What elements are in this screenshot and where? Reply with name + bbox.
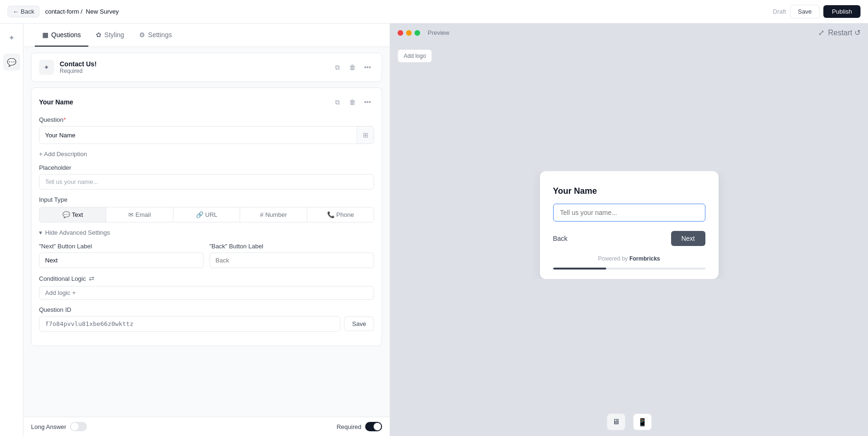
logic-icon: ⇄ xyxy=(89,275,94,282)
sidebar-icons: ✦ 💬 xyxy=(0,24,23,436)
contact-duplicate-button[interactable]: ⧉ xyxy=(331,61,344,74)
progress-fill xyxy=(553,268,606,270)
input-type-email[interactable]: ✉ Email xyxy=(106,207,173,222)
preview-title: Preview xyxy=(428,29,449,36)
sidebar-icon-chat[interactable]: 💬 xyxy=(3,54,20,71)
long-answer-toggle[interactable] xyxy=(70,422,87,431)
text-icon: 💬 xyxy=(63,211,70,218)
tab-settings-label: Settings xyxy=(148,31,172,39)
mobile-icon: 📱 xyxy=(638,418,647,427)
placeholder-row: Placeholder xyxy=(39,164,374,190)
styling-icon: ✿ xyxy=(96,31,102,39)
input-type-text[interactable]: 💬 Text xyxy=(39,207,106,222)
survey-next-button[interactable]: Next xyxy=(671,231,705,246)
expand-button[interactable]: ⤢ xyxy=(818,28,824,37)
question-editor: Your Name ⧉ 🗑 ••• Question* ⊞ xyxy=(31,87,382,346)
editor-more-button[interactable]: ••• xyxy=(361,95,374,109)
add-logic-button[interactable]: Add logic + xyxy=(39,286,374,300)
editor-card-actions: ⧉ 🗑 ••• xyxy=(331,95,374,109)
question-id-input[interactable] xyxy=(39,316,340,332)
placeholder-input[interactable] xyxy=(39,174,374,190)
tab-styling[interactable]: ✿ Styling xyxy=(88,24,132,47)
draft-status: Draft xyxy=(773,8,786,15)
question-input-wrap: ⊞ xyxy=(39,126,374,144)
back-arrow-icon: ← xyxy=(13,8,19,15)
survey-name-input[interactable] xyxy=(553,204,705,222)
survey-back-button[interactable]: Back xyxy=(553,235,568,242)
editor-duplicate-button[interactable]: ⧉ xyxy=(331,95,344,109)
required-row: Required xyxy=(336,422,382,431)
tabs: ▦ Questions ✿ Styling ⚙ Settings xyxy=(23,24,390,47)
input-type-group: 💬 Text ✉ Email 🔗 URL # xyxy=(39,207,374,222)
preview-footer: 🖥 📱 xyxy=(390,408,868,436)
phone-icon: 📞 xyxy=(327,211,335,218)
save-id-button[interactable]: Save xyxy=(344,317,374,331)
sidebar-icon-sparkle[interactable]: ✦ xyxy=(3,29,20,46)
placeholder-label: Placeholder xyxy=(39,164,374,171)
input-type-url[interactable]: 🔗 URL xyxy=(173,207,240,222)
add-description-button[interactable]: + Add Description xyxy=(39,151,374,158)
input-type-number[interactable]: # Number xyxy=(240,207,307,222)
publish-button[interactable]: Publish xyxy=(823,5,860,18)
toggle-thumb xyxy=(71,423,78,430)
restart-button[interactable]: Restart ↺ xyxy=(828,28,860,37)
chevron-down-icon: ▾ xyxy=(39,229,42,236)
tab-questions-label: Questions xyxy=(51,31,81,39)
tab-questions[interactable]: ▦ Questions xyxy=(35,24,88,47)
required-toggle[interactable] xyxy=(365,422,382,431)
question-input[interactable] xyxy=(39,128,357,143)
question-input-icon-btn[interactable]: ⊞ xyxy=(357,127,374,143)
preview-header: Preview ⤢ Restart ↺ xyxy=(390,24,868,42)
input-type-label: Input Type xyxy=(39,196,374,203)
topbar-right: Draft Save Publish xyxy=(773,5,860,18)
powered-by: Powered by Formbricks xyxy=(553,255,705,262)
add-logo-button[interactable]: Add logo xyxy=(398,49,432,63)
settings-icon: ⚙ xyxy=(139,31,145,39)
survey-card: Your Name Back Next Powered by Formbrick… xyxy=(540,171,719,279)
advanced-settings-toggle[interactable]: ▾ Hide Advanced Settings xyxy=(39,229,374,236)
back-button-label-col: "Back" Button Label xyxy=(210,243,375,268)
dot-yellow xyxy=(406,30,412,36)
contact-required: Required xyxy=(60,68,331,74)
url-icon: 🔗 xyxy=(196,211,203,218)
question-field-label: Question* xyxy=(39,116,374,123)
breadcrumb-current: New Survey xyxy=(86,8,119,15)
preview-actions: ⤢ Restart ↺ xyxy=(818,28,860,37)
contact-delete-button[interactable]: 🗑 xyxy=(346,61,359,74)
dot-green xyxy=(414,30,420,36)
question-field-row: Question* ⊞ xyxy=(39,116,374,144)
conditional-logic-label: Conditional Logic xyxy=(39,275,86,282)
save-button[interactable]: Save xyxy=(790,5,820,18)
contact-more-button[interactable]: ••• xyxy=(361,61,374,74)
preview-header-left: Preview xyxy=(398,29,449,36)
back-button-input[interactable] xyxy=(210,253,375,268)
button-labels-row: "Next" Button Label "Back" Button Label xyxy=(39,243,374,268)
contact-card: ✦ Contact Us! Required ⧉ 🗑 ••• xyxy=(31,53,382,82)
contact-icon: ✦ xyxy=(39,60,54,75)
editor-content: ✦ Contact Us! Required ⧉ 🗑 ••• Your Name… xyxy=(23,47,390,417)
contact-info: Contact Us! Required xyxy=(60,60,331,74)
back-button-label-title: "Back" Button Label xyxy=(210,243,375,250)
input-type-row: Input Type 💬 Text ✉ Email 🔗 URL xyxy=(39,196,374,222)
long-answer-row: Long Answer xyxy=(31,422,87,431)
preview-content: Your Name Back Next Powered by Formbrick… xyxy=(390,171,868,279)
desktop-device-button[interactable]: 🖥 xyxy=(607,413,626,430)
survey-card-title: Your Name xyxy=(553,186,705,196)
next-button-label-title: "Next" Button Label xyxy=(39,243,204,250)
tab-settings[interactable]: ⚙ Settings xyxy=(132,24,180,47)
advanced-toggle-label: Hide Advanced Settings xyxy=(45,229,110,236)
questions-icon: ▦ xyxy=(42,31,48,39)
preview-panel: Preview ⤢ Restart ↺ Add logo Your Name B… xyxy=(390,24,868,436)
restart-label: Restart xyxy=(828,29,852,37)
back-button[interactable]: ← Back xyxy=(8,6,39,17)
topbar: ← Back contact-form / New Survey Draft S… xyxy=(0,0,868,24)
next-button-input[interactable] xyxy=(39,253,204,268)
mobile-device-button[interactable]: 📱 xyxy=(633,413,652,430)
editor-delete-button[interactable]: 🗑 xyxy=(346,95,359,109)
dot-red xyxy=(398,30,403,36)
preview-inner: Add logo Your Name Back Next Powered by … xyxy=(390,42,868,408)
restart-icon: ↺ xyxy=(854,29,860,37)
desktop-icon: 🖥 xyxy=(612,418,620,426)
input-type-phone[interactable]: 📞 Phone xyxy=(307,207,374,222)
editor-panel: ▦ Questions ✿ Styling ⚙ Settings ✦ Conta… xyxy=(23,24,390,436)
